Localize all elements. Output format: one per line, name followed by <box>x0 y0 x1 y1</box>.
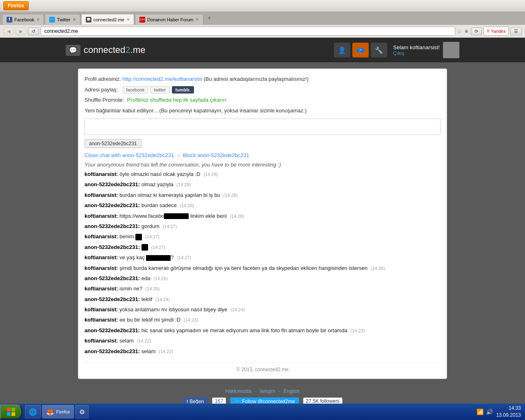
message-row: koftianarsist: yoksa anlatmamı mı istiyo… <box>84 305 441 314</box>
msg-text: olmaz yaziyla <box>142 181 173 187</box>
yandex-text: Yandex <box>491 29 506 34</box>
msg-time: (14:23) <box>351 328 365 333</box>
bookmark2-icon[interactable]: ★ <box>464 28 469 34</box>
taskbar-firefox-button[interactable]: 🦊 Firefox <box>42 405 74 418</box>
msg-sender: koftianarsist: <box>84 306 118 313</box>
message-row: anon-5232ede2bc231: olmaz yaziyla (14:28… <box>84 180 441 189</box>
msg-text: gordum <box>142 223 160 229</box>
forward-button[interactable]: ▶ <box>16 27 26 35</box>
reload-button[interactable]: ↺ <box>28 27 39 35</box>
taskbar-ie-button[interactable]: 🌐 <box>25 405 41 418</box>
profile-url-label: Profil adresiniz: <box>84 76 121 82</box>
chat-messages: koftianarsist: öyle olmazki nasıl olcak … <box>84 169 441 356</box>
msg-time: (14:22) <box>159 349 173 354</box>
header-nav: 👤 📫 🔧 Selam koftianarsist! Çıkış <box>334 42 459 58</box>
refresh-button2[interactable]: ⟳ <box>471 27 482 35</box>
msg-sender: koftianarsist: <box>84 213 118 219</box>
msg-text: burdan olmaz ki kamerayla yapılan bi iş … <box>119 192 220 198</box>
msg-time: (14:28) <box>176 182 191 187</box>
share-facebook-button[interactable]: facebook <box>123 86 148 94</box>
tab-facebook[interactable]: f Facebook × <box>2 14 44 25</box>
msg-time: (14:28) <box>224 193 238 198</box>
msg-text: teklif <box>142 296 153 302</box>
donanim-tab-icon: DH <box>139 17 145 23</box>
message-row: anon-5232ede2bc231: teklif (14:24) <box>84 294 441 304</box>
msg-text: benim <box>119 233 135 240</box>
msg-text-q: ? <box>171 254 173 260</box>
footer-sep2: - <box>278 388 281 394</box>
about-link[interactable]: Hakkımızda <box>225 388 251 394</box>
profile-nav-button[interactable]: 👤 <box>334 43 350 57</box>
msg-sender: anon-5232ede2bc231: <box>84 244 140 250</box>
start-button[interactable] <box>0 404 22 419</box>
msg-sender: koftianarsist: <box>84 171 118 177</box>
emoji-icon2 <box>142 244 148 251</box>
message-input[interactable] <box>84 119 441 135</box>
block-chat-link[interactable]: Block anon-5232ede2bc231 <box>183 152 249 158</box>
shuffle-promote-link[interactable]: Profilinizi shuffleda hep ilk sayfada çı… <box>127 97 226 103</box>
settings-nav-button[interactable]: 🔧 <box>371 43 387 57</box>
msg-sender: anon-5232ede2bc231: <box>84 181 140 187</box>
msg-sender: anon-5232ede2bc231: <box>84 296 140 302</box>
msg-text: eda <box>142 275 151 281</box>
messages-nav-button[interactable]: 📫 <box>352 43 369 57</box>
taskbar-ie-icon: 🌐 <box>29 408 37 416</box>
yandex-search-box[interactable]: Y Yandex <box>484 27 509 36</box>
bookmark-icon[interactable]: ☆ <box>457 28 462 34</box>
taskbar-chrome-button[interactable]: ⚙ <box>75 405 89 418</box>
taskbar: 🌐 🦊 Firefox ⚙ 📶 🔊 14:33 13.09.2013 <box>0 404 525 420</box>
share-label: Adresi paylaş: <box>84 87 118 93</box>
msg-sender: koftianarsist: <box>84 265 118 271</box>
share-twitter-button[interactable]: twitter <box>150 86 169 94</box>
msg-text: burdan sadece <box>142 202 177 208</box>
msg-text: https://www.facebo <box>119 213 164 219</box>
msg-sender: koftianarsist: <box>84 317 118 323</box>
tab-connected2me-label: connected2.me <box>94 17 124 22</box>
share-tumblr-button[interactable]: tumblr. <box>172 86 194 94</box>
emoji-icon <box>135 234 142 240</box>
close-chat-link[interactable]: Close chat with anon-5232ede2bc231 <box>84 152 174 158</box>
tab-donaniim[interactable]: DH Donanım Haber Forum × <box>135 14 203 25</box>
tab-connected2me-close[interactable]: × <box>127 17 130 23</box>
firefox-menu-button[interactable]: Firefox <box>3 1 29 10</box>
logo-text: connected2.me <box>84 45 145 55</box>
contact-link[interactable]: İletişim <box>260 388 275 394</box>
msg-time: (14:27) <box>162 224 177 229</box>
msg-text-cont: linkim ekle beni <box>189 213 227 219</box>
msg-time: (14:25) <box>146 286 160 291</box>
facebook-tab-icon: f <box>7 17 12 23</box>
logo-sq-3 <box>7 412 11 416</box>
connected2me-tab-icon: 💬 <box>86 17 91 23</box>
tab-twitter[interactable]: 🐦 Twitter × <box>45 14 80 25</box>
new-tab-button[interactable]: + <box>204 14 215 22</box>
chat-action-separator: - <box>178 152 179 158</box>
message-row: anon-5232ede2bc231: (14:27) <box>84 242 441 252</box>
tab-facebook-close[interactable]: × <box>37 17 39 23</box>
redacted-url <box>164 213 189 219</box>
tab-donanim-close[interactable]: × <box>196 17 199 23</box>
taskbar-ff-label: Firefox <box>56 409 70 414</box>
logout-link[interactable]: Çıkış <box>393 50 440 56</box>
chat-tab[interactable]: anon-5232ede2bc231 <box>84 139 142 148</box>
tab-connected2me[interactable]: 💬 connected2.me × <box>81 14 134 25</box>
menu-button[interactable]: ☰ <box>510 27 522 35</box>
url-bar[interactable] <box>41 27 455 36</box>
chat-actions: Close chat with anon-5232ede2bc231 - Blo… <box>84 152 441 158</box>
msg-text: hic sanal seks yapmadım ve merak ediyoru… <box>142 327 347 333</box>
msg-text: selam <box>142 348 156 354</box>
language-link[interactable]: English <box>283 388 299 394</box>
profile-url-link[interactable]: http://connected2.me/koftianarsist <box>123 76 202 82</box>
msg-sender: koftianarsist: <box>84 338 118 344</box>
greeting-text: Selam koftianarsist! <box>393 44 440 50</box>
redacted-age <box>146 255 171 261</box>
profile-url-note: (Bu adresi arkadaşlarınızla paylaşmalısı… <box>204 76 309 82</box>
chat-container: Profil adresiniz: http://connected2.me/k… <box>78 68 447 379</box>
message-row: koftianarsist: öyle olmazki nasıl olcak … <box>84 169 441 179</box>
msg-text: ve yaş kaç <box>119 254 146 260</box>
msg-sender: anon-5232ede2bc231: <box>84 202 140 208</box>
msg-time: (14:24) <box>155 297 170 302</box>
tab-twitter-close[interactable]: × <box>73 17 76 23</box>
back-button[interactable]: ◀ <box>3 27 14 35</box>
msg-time: (14:23) <box>184 317 198 322</box>
windows-logo <box>7 408 15 416</box>
